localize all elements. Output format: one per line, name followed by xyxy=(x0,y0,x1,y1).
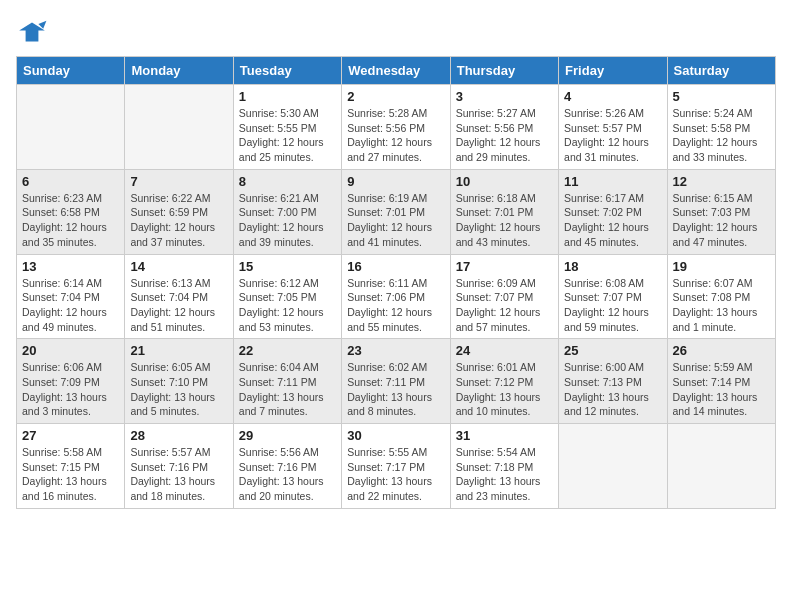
day-number: 2 xyxy=(347,89,444,104)
calendar-cell: 31Sunrise: 5:54 AMSunset: 7:18 PMDayligh… xyxy=(450,424,558,509)
calendar-table: SundayMondayTuesdayWednesdayThursdayFrid… xyxy=(16,56,776,509)
day-info: Sunrise: 6:18 AMSunset: 7:01 PMDaylight:… xyxy=(456,191,553,250)
day-number: 27 xyxy=(22,428,119,443)
day-info: Sunrise: 6:01 AMSunset: 7:12 PMDaylight:… xyxy=(456,360,553,419)
weekday-header-thursday: Thursday xyxy=(450,57,558,85)
day-number: 7 xyxy=(130,174,227,189)
calendar-cell: 20Sunrise: 6:06 AMSunset: 7:09 PMDayligh… xyxy=(17,339,125,424)
day-info: Sunrise: 6:06 AMSunset: 7:09 PMDaylight:… xyxy=(22,360,119,419)
day-info: Sunrise: 6:23 AMSunset: 6:58 PMDaylight:… xyxy=(22,191,119,250)
calendar-cell xyxy=(17,85,125,170)
day-number: 23 xyxy=(347,343,444,358)
day-info: Sunrise: 6:13 AMSunset: 7:04 PMDaylight:… xyxy=(130,276,227,335)
calendar-cell: 24Sunrise: 6:01 AMSunset: 7:12 PMDayligh… xyxy=(450,339,558,424)
day-number: 14 xyxy=(130,259,227,274)
calendar-cell: 14Sunrise: 6:13 AMSunset: 7:04 PMDayligh… xyxy=(125,254,233,339)
weekday-header-sunday: Sunday xyxy=(17,57,125,85)
weekday-header-tuesday: Tuesday xyxy=(233,57,341,85)
day-number: 3 xyxy=(456,89,553,104)
day-info: Sunrise: 6:02 AMSunset: 7:11 PMDaylight:… xyxy=(347,360,444,419)
day-number: 22 xyxy=(239,343,336,358)
day-info: Sunrise: 6:15 AMSunset: 7:03 PMDaylight:… xyxy=(673,191,770,250)
day-info: Sunrise: 5:55 AMSunset: 7:17 PMDaylight:… xyxy=(347,445,444,504)
day-info: Sunrise: 6:04 AMSunset: 7:11 PMDaylight:… xyxy=(239,360,336,419)
weekday-header-friday: Friday xyxy=(559,57,667,85)
weekday-header-wednesday: Wednesday xyxy=(342,57,450,85)
day-number: 25 xyxy=(564,343,661,358)
day-info: Sunrise: 5:28 AMSunset: 5:56 PMDaylight:… xyxy=(347,106,444,165)
calendar-cell: 12Sunrise: 6:15 AMSunset: 7:03 PMDayligh… xyxy=(667,169,775,254)
page-header xyxy=(16,16,776,48)
day-number: 29 xyxy=(239,428,336,443)
day-number: 1 xyxy=(239,89,336,104)
day-number: 8 xyxy=(239,174,336,189)
day-info: Sunrise: 6:14 AMSunset: 7:04 PMDaylight:… xyxy=(22,276,119,335)
day-info: Sunrise: 6:22 AMSunset: 6:59 PMDaylight:… xyxy=(130,191,227,250)
calendar-cell: 30Sunrise: 5:55 AMSunset: 7:17 PMDayligh… xyxy=(342,424,450,509)
day-info: Sunrise: 5:57 AMSunset: 7:16 PMDaylight:… xyxy=(130,445,227,504)
day-number: 17 xyxy=(456,259,553,274)
calendar-cell: 3Sunrise: 5:27 AMSunset: 5:56 PMDaylight… xyxy=(450,85,558,170)
calendar-header-row: SundayMondayTuesdayWednesdayThursdayFrid… xyxy=(17,57,776,85)
day-info: Sunrise: 5:24 AMSunset: 5:58 PMDaylight:… xyxy=(673,106,770,165)
calendar-cell: 29Sunrise: 5:56 AMSunset: 7:16 PMDayligh… xyxy=(233,424,341,509)
day-number: 5 xyxy=(673,89,770,104)
day-number: 16 xyxy=(347,259,444,274)
calendar-cell: 23Sunrise: 6:02 AMSunset: 7:11 PMDayligh… xyxy=(342,339,450,424)
calendar-cell: 26Sunrise: 5:59 AMSunset: 7:14 PMDayligh… xyxy=(667,339,775,424)
weekday-header-monday: Monday xyxy=(125,57,233,85)
day-info: Sunrise: 6:21 AMSunset: 7:00 PMDaylight:… xyxy=(239,191,336,250)
day-info: Sunrise: 5:58 AMSunset: 7:15 PMDaylight:… xyxy=(22,445,119,504)
day-info: Sunrise: 5:59 AMSunset: 7:14 PMDaylight:… xyxy=(673,360,770,419)
calendar-week-row: 27Sunrise: 5:58 AMSunset: 7:15 PMDayligh… xyxy=(17,424,776,509)
calendar-cell: 17Sunrise: 6:09 AMSunset: 7:07 PMDayligh… xyxy=(450,254,558,339)
day-number: 13 xyxy=(22,259,119,274)
calendar-cell: 21Sunrise: 6:05 AMSunset: 7:10 PMDayligh… xyxy=(125,339,233,424)
calendar-week-row: 13Sunrise: 6:14 AMSunset: 7:04 PMDayligh… xyxy=(17,254,776,339)
calendar-cell: 7Sunrise: 6:22 AMSunset: 6:59 PMDaylight… xyxy=(125,169,233,254)
calendar-cell: 10Sunrise: 6:18 AMSunset: 7:01 PMDayligh… xyxy=(450,169,558,254)
logo-icon xyxy=(16,16,48,48)
calendar-cell xyxy=(667,424,775,509)
calendar-cell: 27Sunrise: 5:58 AMSunset: 7:15 PMDayligh… xyxy=(17,424,125,509)
logo xyxy=(16,16,52,48)
calendar-cell: 16Sunrise: 6:11 AMSunset: 7:06 PMDayligh… xyxy=(342,254,450,339)
calendar-cell: 18Sunrise: 6:08 AMSunset: 7:07 PMDayligh… xyxy=(559,254,667,339)
day-info: Sunrise: 5:26 AMSunset: 5:57 PMDaylight:… xyxy=(564,106,661,165)
day-number: 11 xyxy=(564,174,661,189)
calendar-cell: 8Sunrise: 6:21 AMSunset: 7:00 PMDaylight… xyxy=(233,169,341,254)
day-number: 18 xyxy=(564,259,661,274)
day-number: 12 xyxy=(673,174,770,189)
calendar-cell: 13Sunrise: 6:14 AMSunset: 7:04 PMDayligh… xyxy=(17,254,125,339)
day-number: 15 xyxy=(239,259,336,274)
day-info: Sunrise: 6:12 AMSunset: 7:05 PMDaylight:… xyxy=(239,276,336,335)
calendar-cell: 25Sunrise: 6:00 AMSunset: 7:13 PMDayligh… xyxy=(559,339,667,424)
calendar-cell: 1Sunrise: 5:30 AMSunset: 5:55 PMDaylight… xyxy=(233,85,341,170)
day-number: 4 xyxy=(564,89,661,104)
calendar-cell: 19Sunrise: 6:07 AMSunset: 7:08 PMDayligh… xyxy=(667,254,775,339)
calendar-cell: 11Sunrise: 6:17 AMSunset: 7:02 PMDayligh… xyxy=(559,169,667,254)
calendar-week-row: 6Sunrise: 6:23 AMSunset: 6:58 PMDaylight… xyxy=(17,169,776,254)
day-info: Sunrise: 6:11 AMSunset: 7:06 PMDaylight:… xyxy=(347,276,444,335)
day-info: Sunrise: 6:05 AMSunset: 7:10 PMDaylight:… xyxy=(130,360,227,419)
day-info: Sunrise: 5:54 AMSunset: 7:18 PMDaylight:… xyxy=(456,445,553,504)
calendar-cell: 2Sunrise: 5:28 AMSunset: 5:56 PMDaylight… xyxy=(342,85,450,170)
calendar-cell: 4Sunrise: 5:26 AMSunset: 5:57 PMDaylight… xyxy=(559,85,667,170)
calendar-cell: 28Sunrise: 5:57 AMSunset: 7:16 PMDayligh… xyxy=(125,424,233,509)
day-number: 6 xyxy=(22,174,119,189)
calendar-week-row: 1Sunrise: 5:30 AMSunset: 5:55 PMDaylight… xyxy=(17,85,776,170)
day-info: Sunrise: 5:56 AMSunset: 7:16 PMDaylight:… xyxy=(239,445,336,504)
calendar-cell: 9Sunrise: 6:19 AMSunset: 7:01 PMDaylight… xyxy=(342,169,450,254)
day-info: Sunrise: 5:27 AMSunset: 5:56 PMDaylight:… xyxy=(456,106,553,165)
day-number: 20 xyxy=(22,343,119,358)
day-number: 26 xyxy=(673,343,770,358)
day-number: 28 xyxy=(130,428,227,443)
calendar-week-row: 20Sunrise: 6:06 AMSunset: 7:09 PMDayligh… xyxy=(17,339,776,424)
day-info: Sunrise: 6:17 AMSunset: 7:02 PMDaylight:… xyxy=(564,191,661,250)
day-number: 10 xyxy=(456,174,553,189)
weekday-header-saturday: Saturday xyxy=(667,57,775,85)
day-number: 9 xyxy=(347,174,444,189)
day-info: Sunrise: 6:19 AMSunset: 7:01 PMDaylight:… xyxy=(347,191,444,250)
day-number: 24 xyxy=(456,343,553,358)
day-number: 19 xyxy=(673,259,770,274)
